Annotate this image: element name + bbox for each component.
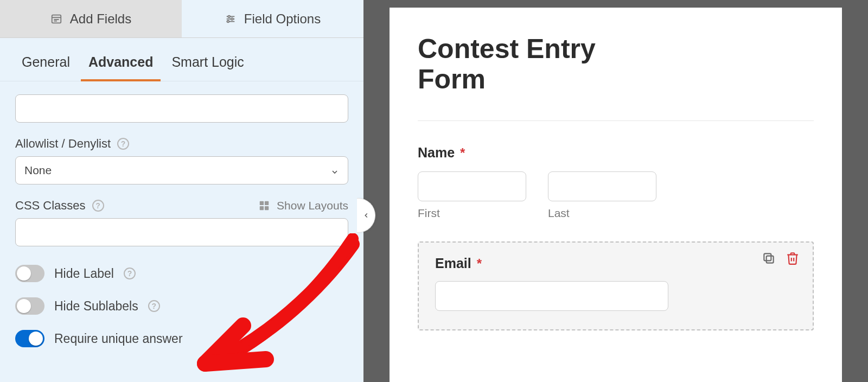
toggle-hide-sublabels[interactable]: [15, 297, 44, 315]
css-classes-input[interactable]: [15, 218, 348, 246]
css-classes-label: CSS Classes: [15, 199, 86, 213]
svg-point-7: [231, 18, 233, 20]
email-input[interactable]: [435, 281, 668, 311]
email-label-text: Email: [435, 256, 471, 271]
form-title: Contest Entry Form: [418, 34, 689, 94]
form-preview-area: Contest Entry Form Name * First Last: [363, 0, 868, 382]
svg-rect-15: [764, 253, 771, 260]
help-icon[interactable]: ?: [148, 300, 160, 312]
svg-rect-11: [265, 201, 269, 205]
duplicate-icon[interactable]: [762, 251, 776, 265]
layouts-grid-icon: [258, 200, 270, 212]
tab-field-options[interactable]: Field Options: [182, 0, 363, 38]
toggle-require-unique-text: Require unique answer: [54, 332, 183, 346]
allowlist-select-value: None: [24, 164, 52, 177]
first-name-sublabel: First: [418, 207, 526, 220]
sub-tab-smart-logic[interactable]: Smart Logic: [164, 44, 251, 81]
chevron-left-icon: [362, 212, 370, 219]
advanced-panel: Allowlist / Denylist ? None CSS Classes …: [0, 81, 363, 358]
required-star: *: [477, 256, 482, 271]
sub-tab-advanced[interactable]: Advanced: [81, 44, 161, 81]
email-field-label: Email *: [435, 256, 796, 271]
allowlist-select[interactable]: None: [15, 156, 348, 184]
show-layouts-label: Show Layouts: [277, 199, 348, 212]
form-preview-page: Contest Entry Form Name * First Last: [390, 8, 842, 382]
toggle-hide-label-row: Hide Label ?: [15, 265, 348, 282]
svg-rect-10: [260, 201, 264, 205]
form-grey-icon: [50, 13, 62, 25]
last-name-input[interactable]: [548, 171, 656, 201]
field-options-sidebar: Add Fields Field Options General Advance…: [0, 0, 363, 382]
trash-icon[interactable]: [786, 251, 800, 265]
show-layouts-button[interactable]: Show Layouts: [258, 199, 348, 212]
field-actions: [762, 251, 800, 265]
form-title-line1: Contest Entry: [418, 34, 596, 64]
required-star: *: [460, 145, 465, 161]
name-field-label: Name *: [418, 145, 814, 161]
toggle-hide-label-text: Hide Label: [54, 266, 114, 281]
chevron-down-icon: [330, 166, 339, 175]
svg-point-9: [227, 20, 229, 22]
tab-field-options-label: Field Options: [244, 11, 321, 27]
help-icon[interactable]: ?: [117, 138, 129, 150]
help-icon[interactable]: ?: [124, 268, 136, 279]
toggle-require-unique-row: Require unique answer: [15, 330, 348, 347]
top-tabs: Add Fields Field Options: [0, 0, 363, 38]
tab-add-fields-label: Add Fields: [70, 11, 131, 27]
tab-add-fields[interactable]: Add Fields: [0, 0, 182, 38]
first-name-input[interactable]: [418, 171, 526, 201]
form-title-line2: Form: [418, 64, 486, 94]
svg-rect-12: [260, 206, 264, 210]
last-name-sublabel: Last: [548, 207, 656, 220]
help-icon[interactable]: ?: [92, 200, 104, 212]
svg-rect-14: [767, 256, 774, 263]
default-value-input[interactable]: [15, 94, 348, 123]
toggle-hide-sublabels-text: Hide Sublabels: [54, 299, 138, 314]
toggle-hide-sublabels-row: Hide Sublabels ?: [15, 297, 348, 315]
svg-point-5: [228, 15, 230, 17]
toggle-require-unique[interactable]: [15, 330, 44, 347]
toggle-hide-label[interactable]: [15, 265, 44, 282]
allowlist-label: Allowlist / Denylist: [15, 137, 111, 151]
svg-rect-13: [265, 206, 269, 210]
name-label-text: Name: [418, 145, 455, 161]
allowlist-label-row: Allowlist / Denylist ?: [15, 137, 348, 151]
sub-tabs: General Advanced Smart Logic: [0, 38, 363, 81]
sliders-icon: [225, 13, 237, 25]
sub-tab-general[interactable]: General: [14, 44, 78, 81]
title-divider: [418, 120, 814, 121]
email-field-block-selected[interactable]: Email *: [418, 241, 814, 330]
name-field-block[interactable]: Name * First Last: [418, 145, 814, 220]
css-classes-label-row: CSS Classes ?: [15, 199, 104, 213]
